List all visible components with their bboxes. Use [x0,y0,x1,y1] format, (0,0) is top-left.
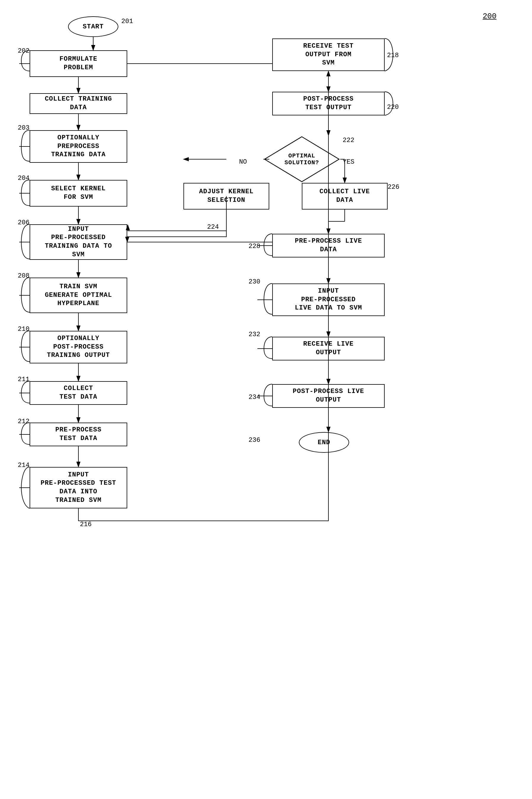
ref-204: 204 [18,175,30,182]
flowchart-diagram: 200 START 201 202 FORMULATEPROBLEM COLLE… [0,0,532,799]
ref-222: 222 [343,137,355,144]
postprocess-live-output-box: POST-PROCESS LIVEOUTPUT [272,384,385,408]
ref-201: 201 [121,18,133,25]
preprocess-test-data-box: PRE-PROCESSTEST DATA [30,423,127,446]
receive-test-output-box: RECEIVE TESTOUTPUT FROMSVM [272,38,385,71]
input-preprocessed-live-box: INPUTPRE-PROCESSEDLIVE DATA TO SVM [272,284,385,316]
ref-224: 224 [207,224,219,231]
formulate-problem-box: FORMULATEPROBLEM [30,50,127,77]
end-oval: END [299,432,349,453]
optimal-solution-diamond: OPTIMALSOLUTION? [263,135,340,183]
ref-208: 208 [18,272,30,280]
ref-210: 210 [18,325,30,333]
select-kernel-box: SELECT KERNELFOR SVM [30,180,127,207]
ref-211: 211 [18,376,30,383]
input-preprocessed-training-box: INPUTPRE-PROCESSEDTRAINING DATA TOSVM [30,224,127,260]
optionally-preprocess-box: OPTIONALLYPREPROCESSTRAINING DATA [30,130,127,163]
input-preprocessed-test-box: INPUTPRE-PROCESSED TESTDATA INTOTRAINED … [30,467,127,508]
ref-228: 228 [249,243,260,250]
no-label: NO [239,158,247,166]
ref-236: 236 [249,437,260,444]
ref-212: 212 [18,418,30,425]
ref-226: 226 [387,184,399,191]
receive-live-output-box: RECEIVE LIVEOUTPUT [272,337,385,360]
ref-230: 230 [249,278,260,286]
ref-234: 234 [249,394,260,401]
ref-206: 206 [18,219,30,226]
ref-214: 214 [18,462,30,469]
collect-training-data-box: COLLECT TRAININGDATA [30,93,127,114]
yes-label: YES [343,158,355,166]
ref-200: 200 [482,12,496,21]
ref-216: 216 [80,521,92,528]
ref-203: 203 [18,124,30,132]
ref-202: 202 [18,47,30,55]
ref-220: 220 [387,103,399,111]
adjust-kernel-selection-box: ADJUST KERNELSELECTION [184,183,269,210]
postprocess-test-output-box: POST-PROCESSTEST OUTPUT [272,92,385,115]
preprocess-live-data-box: PRE-PROCESS LIVEDATA [272,234,385,258]
ref-218: 218 [387,52,399,59]
train-svm-box: TRAIN SVMGENERATE OPTIMALHYPERPLANE [30,278,127,313]
optionally-postprocess-training-box: OPTIONALLYPOST-PROCESSTRAINING OUTPUT [30,331,127,363]
ref-232: 232 [249,331,260,338]
collect-test-data-box: COLLECTTEST DATA [30,381,127,405]
start-oval: START [68,16,118,37]
collect-live-data-box: COLLECT LIVEDATA [302,183,387,210]
